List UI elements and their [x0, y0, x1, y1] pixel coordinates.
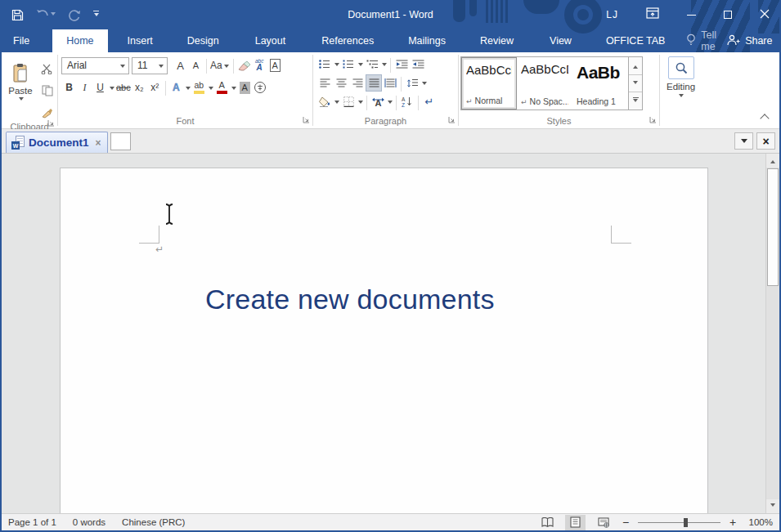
style-heading-1[interactable]: AaBb Heading 1 — [572, 57, 628, 110]
phonetic-guide-button[interactable]: abc A — [252, 56, 267, 74]
document-page[interactable]: ↵ Create new documents — [60, 168, 708, 513]
shading-dropdown-icon[interactable] — [334, 101, 339, 106]
align-center-icon[interactable] — [333, 74, 349, 92]
grow-font-button[interactable]: A — [173, 56, 188, 74]
line-spacing-icon[interactable] — [404, 74, 420, 92]
style-no-spacing[interactable]: AaBbCcD ↵No Spac... — [517, 57, 572, 110]
numbering-dropdown-icon[interactable] — [358, 63, 363, 69]
borders-dropdown-icon[interactable] — [358, 101, 363, 106]
superscript-button[interactable]: x² — [147, 78, 163, 96]
paste-button[interactable]: Paste — [2, 55, 39, 110]
ribbon-tab-design[interactable]: Design — [176, 29, 231, 52]
bullets-dropdown-icon[interactable] — [334, 63, 339, 69]
ribbon-display-options-icon[interactable] — [646, 7, 659, 22]
word-count[interactable]: 0 words — [73, 517, 105, 527]
scrollbar-thumb[interactable] — [767, 168, 779, 286]
strikethrough-button[interactable]: abc — [115, 78, 132, 96]
shading-icon[interactable] — [316, 93, 333, 110]
underline-dropdown-icon[interactable] — [110, 87, 114, 92]
collapse-ribbon-icon[interactable] — [760, 114, 769, 123]
styles-scroll-down-icon[interactable] — [629, 75, 642, 93]
tell-me-box[interactable]: Tell me — [676, 29, 726, 52]
zoom-out-button[interactable]: − — [621, 516, 631, 529]
editing-dropdown-icon[interactable] — [679, 94, 684, 100]
font-color-dropdown-icon[interactable] — [231, 87, 236, 92]
ribbon-tab-references[interactable]: References — [310, 29, 385, 52]
ribbon-tab-file[interactable]: File — [2, 29, 41, 52]
distribute-text-icon[interactable] — [382, 74, 398, 92]
sort-icon[interactable]: AZ — [399, 93, 415, 110]
cut-icon[interactable] — [39, 60, 55, 78]
multilevel-list-icon[interactable] — [364, 56, 380, 73]
paragraph-dialog-launcher-icon[interactable] — [448, 115, 456, 125]
ribbon-tab-view[interactable]: View — [538, 29, 583, 52]
scroll-down-icon[interactable] — [766, 499, 779, 513]
highlight-color-button[interactable]: ab — [191, 78, 207, 96]
editing-button[interactable]: Editing — [660, 55, 702, 100]
document-area[interactable]: ↵ Create new documents — [2, 154, 779, 513]
document-tab-close-icon[interactable]: × — [96, 137, 101, 149]
vertical-scrollbar[interactable] — [765, 154, 779, 513]
minimize-button[interactable] — [687, 15, 696, 16]
ribbon-tab-insert[interactable]: Insert — [116, 29, 164, 52]
bold-button[interactable]: B — [61, 78, 77, 96]
ribbon-tab-layout[interactable]: Layout — [244, 29, 298, 52]
font-color-button[interactable]: A — [214, 78, 230, 96]
font-dialog-launcher-icon[interactable] — [303, 115, 310, 125]
highlight-dropdown-icon[interactable] — [209, 87, 213, 92]
new-document-tab-button[interactable] — [110, 132, 131, 150]
language-indicator[interactable]: Chinese (PRC) — [122, 517, 185, 527]
font-size-combobox[interactable]: 11 — [132, 57, 168, 74]
styles-more-icon[interactable] — [629, 92, 642, 110]
borders-icon[interactable] — [340, 93, 357, 110]
line-spacing-dropdown-icon[interactable] — [422, 82, 427, 87]
show-hide-marks-button[interactable]: ↵ — [421, 93, 438, 110]
ribbon-tab-office-tab[interactable]: OFFICE TAB — [595, 29, 676, 52]
ribbon-tab-review[interactable]: Review — [469, 29, 525, 52]
scroll-up-icon[interactable] — [766, 154, 779, 168]
text-effects-button[interactable]: A — [168, 78, 184, 96]
find-icon[interactable] — [668, 56, 694, 79]
align-right-icon[interactable] — [349, 74, 366, 92]
numbering-icon[interactable] — [340, 56, 357, 73]
paste-dropdown-icon[interactable] — [19, 97, 24, 103]
change-case-button[interactable]: Aa — [209, 56, 231, 74]
increase-indent-icon[interactable] — [410, 56, 426, 73]
print-layout-icon[interactable] — [565, 515, 586, 530]
copy-icon[interactable] — [39, 82, 55, 100]
page-indicator[interactable]: Page 1 of 1 — [8, 517, 56, 527]
account-initials[interactable]: LJ — [606, 9, 618, 20]
bullets-icon[interactable] — [316, 56, 333, 73]
tab-bar-close-icon[interactable]: × — [756, 132, 775, 150]
styles-scroll-up-icon[interactable] — [629, 57, 642, 75]
justify-icon[interactable] — [366, 74, 382, 92]
align-left-icon[interactable] — [316, 74, 333, 92]
clipboard-dialog-launcher-icon[interactable] — [47, 118, 55, 128]
styles-dialog-launcher-icon[interactable] — [649, 115, 657, 125]
maximize-button[interactable] — [724, 11, 732, 19]
clear-formatting-icon[interactable] — [236, 56, 252, 74]
ribbon-tab-home[interactable]: Home — [52, 29, 107, 52]
tab-list-dropdown-icon[interactable] — [734, 132, 753, 150]
zoom-in-button[interactable]: + — [728, 516, 738, 529]
close-button[interactable] — [760, 7, 770, 22]
character-border-button[interactable]: A — [267, 56, 283, 74]
subscript-button[interactable]: x₂ — [132, 78, 147, 96]
shrink-font-button[interactable]: A — [188, 56, 204, 74]
style-normal[interactable]: AaBbCcD ↵Normal — [461, 57, 517, 110]
font-name-combobox[interactable]: Arial — [61, 57, 129, 74]
ribbon-tab-mailings[interactable]: Mailings — [397, 29, 457, 52]
character-shading-button[interactable]: A — [237, 78, 253, 96]
read-mode-icon[interactable] — [537, 515, 558, 530]
underline-button[interactable]: U — [92, 78, 108, 96]
zoom-slider[interactable] — [638, 522, 720, 523]
italic-button[interactable]: I — [77, 78, 92, 96]
zoom-slider-handle[interactable] — [684, 518, 688, 527]
document-tab[interactable]: W Document1 × — [6, 132, 108, 153]
web-layout-icon[interactable] — [593, 515, 613, 530]
asian-layout-icon[interactable]: A — [370, 93, 386, 110]
enclose-characters-icon[interactable] — [253, 78, 268, 96]
asian-layout-dropdown-icon[interactable] — [388, 101, 393, 106]
text-effects-dropdown-icon[interactable] — [186, 87, 191, 92]
decrease-indent-icon[interactable] — [393, 56, 410, 73]
